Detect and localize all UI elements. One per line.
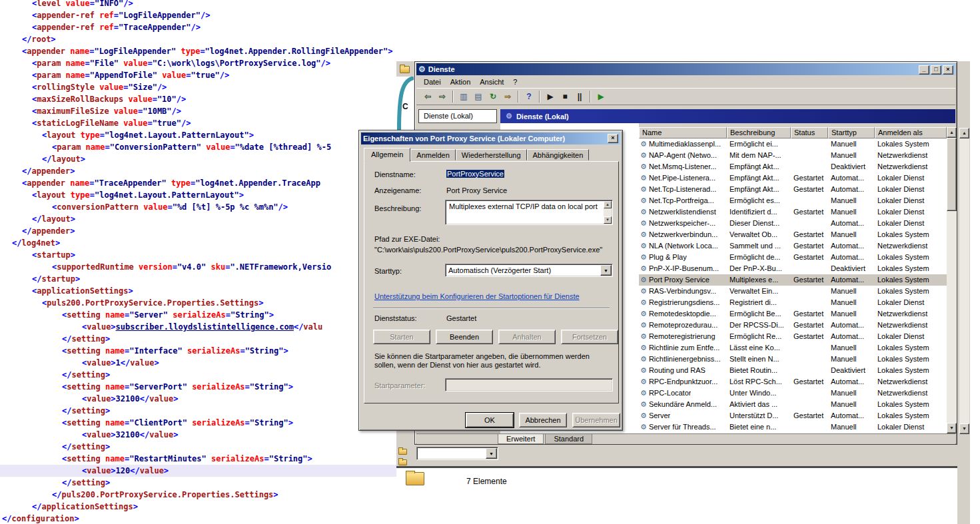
code-line[interactable]: <maximumFileSize value="10MB"/>	[0, 105, 413, 117]
minimize-button[interactable]: _	[919, 65, 929, 75]
service-row[interactable]: ⚙Registrierungsdiens...Registriert di...…	[639, 297, 947, 308]
explorer-scrollbar[interactable]: ▲ ▼	[959, 128, 969, 434]
tree-node-dienste-lokal[interactable]: Dienste (Lokal)	[418, 109, 497, 123]
code-line[interactable]: <setting name="Interface" serializeAs="S…	[0, 345, 413, 357]
service-row[interactable]: ⚙Netzwerkspeicher-...Dieser Dienst...Aut…	[639, 218, 947, 229]
scroll-up-button[interactable]: ▲	[959, 128, 969, 138]
code-line[interactable]: </layout>	[0, 153, 413, 165]
dialog-titlebar[interactable]: Eigenschaften von Port Proxy Service (Lo…	[361, 132, 620, 144]
service-row[interactable]: ⚙Net.Pipe-Listenera...Empfängt Akt...Ges…	[639, 172, 947, 184]
scrollbar-thumb[interactable]	[947, 138, 957, 211]
anhalten-button[interactable]: Anhalten	[498, 330, 556, 344]
forward-icon[interactable]: ⇨	[436, 91, 448, 103]
code-line[interactable]: <param name="AppendToFile" value="true"/…	[0, 69, 413, 81]
fortsetzen-button[interactable]: Fortsetzen	[561, 330, 618, 344]
tab-anmelden[interactable]: Anmelden	[410, 149, 456, 160]
dienstname-value[interactable]: PortProxyService	[446, 170, 504, 178]
code-line[interactable]: </log4net>	[0, 237, 413, 249]
start-service-icon[interactable]: ▶	[544, 91, 556, 103]
code-line[interactable]: <staticLogFileName value="true"/>	[0, 117, 413, 129]
service-row[interactable]: ⚙NetzwerklistendienstIdentifiziert d...G…	[639, 206, 947, 218]
close-button[interactable]: ×	[608, 134, 618, 143]
service-row[interactable]: ⚙Net.Msmq-Listener...Empfängt Akt...Deak…	[639, 161, 947, 172]
abbrechen-button[interactable]: Abbrechen	[519, 413, 567, 427]
scroll-down-button[interactable]: ▼	[947, 423, 957, 433]
column-header-starttyp[interactable]: Starttyp	[828, 127, 875, 138]
code-line[interactable]: </setting>	[0, 333, 413, 345]
code-line[interactable]: </configuration>	[0, 513, 413, 524]
service-row[interactable]: ⚙NAP-Agent (Netwo...Mit dem NAP-...Manue…	[639, 150, 947, 161]
scroll-down-button[interactable]: ▼	[959, 423, 969, 434]
beschreibung-field[interactable]: Multiplexes external TCP/IP data on loca…	[445, 200, 613, 225]
code-line[interactable]: <appender-ref ref="TraceAppender"/>	[0, 21, 413, 33]
anzeigename-value[interactable]: Port Proxy Service	[446, 186, 507, 194]
help-icon[interactable]: ?	[523, 91, 535, 103]
menu-item-hilfe[interactable]: ?	[508, 77, 522, 87]
ok-button[interactable]: OK	[466, 413, 514, 427]
code-line[interactable]: <applicationSettings>	[0, 285, 413, 297]
tab-wiederherstellung[interactable]: Wiederherstellung	[456, 149, 527, 160]
column-header-beschreibung[interactable]: Beschreibung	[727, 127, 791, 138]
service-row[interactable]: ⚙RPC-LocatorUnter Windo...ManuellNetzwer…	[639, 388, 947, 399]
service-row[interactable]: ⚙NLA (Network Loca...Sammelt und ...Gest…	[639, 240, 947, 252]
service-row[interactable]: ⚙Net.Tcp-Listenerad...Empfängt Akt...Ges…	[639, 184, 947, 195]
service-row[interactable]: ⚙PnP-X-IP-Busenum...Der PnP-X-Bu...Deakt…	[639, 263, 947, 274]
view-tab-erweitert[interactable]: Erweitert	[498, 434, 544, 444]
code-line[interactable]: <param name="File" value="C:\work\logs\P…	[0, 57, 413, 69]
restart-service-icon[interactable]: ▶	[595, 91, 607, 103]
code-line[interactable]: </startup>	[0, 273, 413, 285]
scroll-up-button[interactable]: ▲	[947, 127, 957, 138]
service-row[interactable]: ⚙RPC-Endpunktzuor...Löst RPC-Sch...Gesta…	[639, 376, 947, 388]
code-line[interactable]: <layout type="log4net.Layout.PatternLayo…	[0, 189, 413, 201]
column-header-status[interactable]: Status	[791, 127, 828, 138]
code-line[interactable]: </puls200.PortProxyService.Properties.Se…	[0, 489, 413, 501]
service-row[interactable]: ⚙Sekundäre Anmeld...Aktiviert das ...Man…	[639, 399, 947, 410]
export-icon[interactable]: ⇒	[502, 91, 514, 103]
code-line[interactable]: <level value="INFO"/>	[0, 0, 413, 9]
back-icon[interactable]: ⇦	[422, 91, 434, 103]
code-line[interactable]: </setting>	[0, 405, 413, 417]
starttyp-select[interactable]: Automatisch (Verzögerter Start) ▼	[445, 264, 613, 277]
tab-abh-ngigkeiten[interactable]: Abhängigkeiten	[527, 149, 590, 160]
starten-button[interactable]: Starten	[373, 330, 430, 344]
uebernehmen-button[interactable]: Übernehmen	[572, 413, 620, 427]
code-line[interactable]: <appender name="LogFileAppender" type="l…	[0, 45, 413, 57]
dropdown-button[interactable]: ▼	[600, 265, 612, 276]
code-line[interactable]: <value>subscriber.lloydslistintelligence…	[0, 321, 413, 333]
code-line[interactable]: <value>120</value>	[0, 465, 398, 477]
scroll-down-icon[interactable]: ▼	[604, 216, 612, 224]
service-row[interactable]: ⚙Routing und RASBietet Routin...Deaktivi…	[639, 365, 947, 376]
refresh-icon[interactable]: ↻	[487, 91, 499, 103]
service-row[interactable]: ⚙RemoteregistrierungErmöglicht Re...Gest…	[639, 331, 947, 342]
code-line[interactable]: </layout>	[0, 213, 413, 225]
code-line[interactable]: <value>32100</value>	[0, 393, 413, 405]
code-line[interactable]: <appender-ref ref="LogFileAppender"/>	[0, 9, 413, 21]
service-row[interactable]: ⚙Net.Tcp-Portfreiga...Ermöglicht es...Ma…	[639, 195, 947, 206]
service-row[interactable]: ⚙Remoteprozedurau...Der RPCSS-Di...Gesta…	[639, 320, 947, 331]
code-line[interactable]: <maxSizeRollBackups value="10"/>	[0, 93, 413, 105]
code-line[interactable]: <param name="ConversionPattern" value="%…	[0, 141, 413, 153]
code-line[interactable]: <supportedRuntime version="v4.0" sku=".N…	[0, 261, 413, 273]
service-row[interactable]: ⚙RAS-Verbindungsv...Verwaltet Ein...Manu…	[639, 286, 947, 297]
code-line[interactable]: <puls200.PortProxyService.Properties.Set…	[0, 297, 413, 309]
code-line[interactable]: <value>32100</value>	[0, 429, 413, 441]
menu-item-aktion[interactable]: Aktion	[446, 77, 476, 87]
close-button[interactable]: ×	[943, 65, 953, 75]
folder-dropdown[interactable]: ▼	[416, 447, 498, 460]
code-line[interactable]: <setting name="ServerPort" serializeAs="…	[0, 381, 413, 393]
service-row[interactable]: ⚙Server für Threads...Bietet eine n...Ma…	[639, 421, 947, 433]
scroll-up-icon[interactable]: ▲	[604, 201, 612, 208]
code-line[interactable]: <value>1</value>	[0, 357, 413, 369]
code-line[interactable]: </setting>	[0, 369, 413, 381]
services-titlebar[interactable]: ⚙ Dienste _□×	[416, 63, 955, 75]
menu-item-datei[interactable]: Datei	[419, 77, 446, 87]
service-row[interactable]: ⚙ServerUnterstützt D...GestartetAutomat.…	[639, 410, 947, 421]
code-line[interactable]: <appender name="TraceAppender" type="log…	[0, 177, 413, 189]
code-line[interactable]: <conversionPattern value="%d [%t] %-5p %…	[0, 201, 413, 213]
beenden-button[interactable]: Beenden	[436, 330, 493, 344]
service-row[interactable]: ⚙Multimediaklassenpl...Ermöglicht ei...M…	[639, 138, 947, 150]
beschreibung-scrollbar[interactable]: ▲ ▼	[604, 201, 612, 224]
code-line[interactable]: <setting name="RestartMinutes" serialize…	[0, 453, 413, 465]
code-line[interactable]: </setting>	[0, 441, 413, 453]
code-line[interactable]: <startup>	[0, 249, 413, 261]
